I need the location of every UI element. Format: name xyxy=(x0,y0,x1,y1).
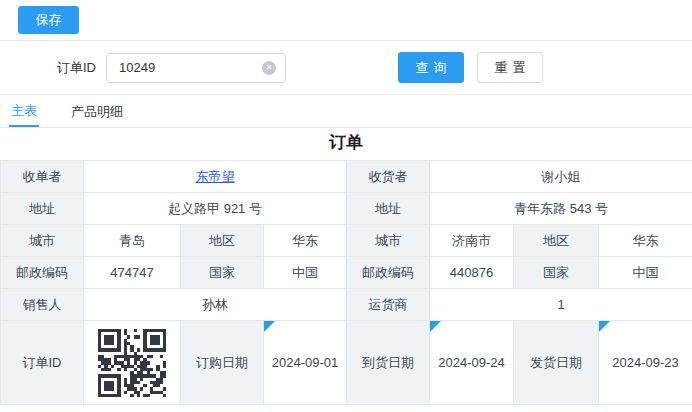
shipper-cell: 1 xyxy=(430,289,692,321)
postcode1-cell: 474747 xyxy=(84,257,181,289)
tab-main-table[interactable]: 主表 xyxy=(9,96,39,127)
order-date-label: 订购日期 xyxy=(181,321,264,405)
edited-corner-marker xyxy=(430,321,441,332)
consignee-label: 收货者 xyxy=(347,161,430,193)
address2-label: 地址 xyxy=(347,193,430,225)
shipped-date-label: 发货日期 xyxy=(514,321,599,405)
consignee-cell: 谢小姐 xyxy=(430,161,692,193)
region2-cell: 华东 xyxy=(599,225,692,257)
order-id-label: 订单ID xyxy=(57,59,96,77)
region1-label: 地区 xyxy=(181,225,264,257)
order-id-input[interactable] xyxy=(106,53,286,83)
search-button[interactable]: 查询 xyxy=(398,52,464,83)
save-button[interactable]: 保存 xyxy=(18,6,79,34)
required-date-label: 到货日期 xyxy=(347,321,430,405)
city1-label: 城市 xyxy=(1,225,84,257)
region1-cell: 华东 xyxy=(264,225,347,257)
country2-label: 国家 xyxy=(514,257,599,289)
country1-cell: 中国 xyxy=(264,257,347,289)
address1-cell: 起义路甲 921 号 xyxy=(84,193,347,225)
order-detail-table: 收单者 东帝望 收货者 谢小姐 地址 起义路甲 921 号 地址 青年东路 54… xyxy=(0,160,692,405)
region2-label: 地区 xyxy=(514,225,599,257)
postcode1-label: 邮政编码 xyxy=(1,257,84,289)
tab-product-detail[interactable]: 产品明细 xyxy=(69,96,125,127)
query-bar: 订单ID ✕ 查询 重置 xyxy=(0,41,692,95)
order-id-row-label: 订单ID xyxy=(1,321,84,405)
salesperson-label: 销售人 xyxy=(1,289,84,321)
table-row: 城市 青岛 地区 华东 城市 济南市 地区 华东 xyxy=(1,225,692,257)
shipped-date-cell[interactable]: 2024-09-23 xyxy=(599,321,692,405)
reset-button[interactable]: 重置 xyxy=(477,52,543,83)
address2-cell: 青年东路 543 号 xyxy=(430,193,692,225)
table-row: 订单ID 订购日期 2024-09-01 到货日期 2024-09-24 发货日… xyxy=(1,321,692,405)
postcode2-label: 邮政编码 xyxy=(347,257,430,289)
table-row: 销售人 孙林 运货商 1 xyxy=(1,289,692,321)
consignor-cell: 东帝望 xyxy=(84,161,347,193)
consignor-label: 收单者 xyxy=(1,161,84,193)
edited-corner-marker xyxy=(264,321,275,332)
shipper-label: 运货商 xyxy=(347,289,430,321)
order-date-cell[interactable]: 2024-09-01 xyxy=(264,321,347,405)
qrcode-image xyxy=(84,329,180,397)
country2-cell: 中国 xyxy=(599,257,692,289)
salesperson-cell: 孙林 xyxy=(84,289,347,321)
table-row: 地址 起义路甲 921 号 地址 青年东路 543 号 xyxy=(1,193,692,225)
city2-label: 城市 xyxy=(347,225,430,257)
clear-icon[interactable]: ✕ xyxy=(262,61,276,75)
page-title: 订单 xyxy=(0,128,692,160)
edited-corner-marker xyxy=(599,321,610,332)
order-id-qr-cell xyxy=(84,321,181,405)
postcode2-cell: 440876 xyxy=(430,257,514,289)
table-row: 收单者 东帝望 收货者 谢小姐 xyxy=(1,161,692,193)
country1-label: 国家 xyxy=(181,257,264,289)
top-toolbar: 保存 xyxy=(0,0,692,41)
order-id-input-wrap: ✕ xyxy=(106,53,286,83)
consignor-link[interactable]: 东帝望 xyxy=(196,169,235,184)
required-date-cell[interactable]: 2024-09-24 xyxy=(430,321,514,405)
tab-bar: 主表 产品明细 xyxy=(0,95,692,128)
city1-cell: 青岛 xyxy=(84,225,181,257)
address1-label: 地址 xyxy=(1,193,84,225)
city2-cell: 济南市 xyxy=(430,225,514,257)
table-row: 邮政编码 474747 国家 中国 邮政编码 440876 国家 中国 xyxy=(1,257,692,289)
